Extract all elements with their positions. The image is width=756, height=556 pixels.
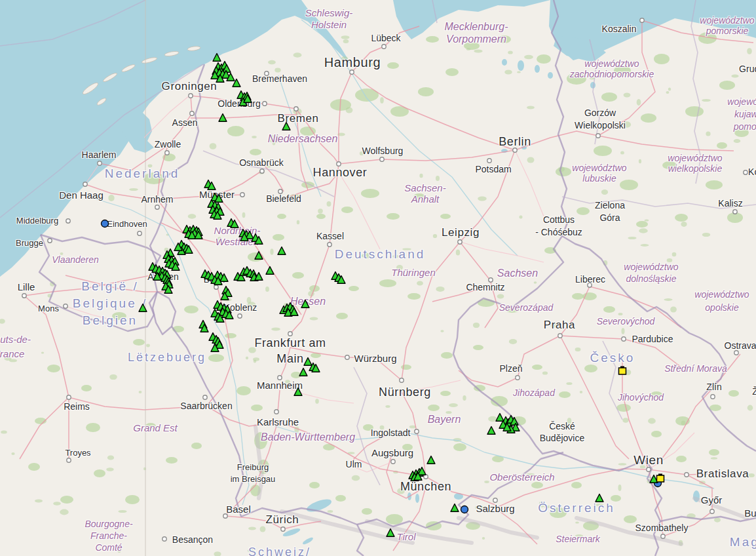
marker-triangle[interactable] [213, 54, 221, 62]
map-canvas[interactable]: Schleswig-HolsteinMecklenburg-Vorpommern… [0, 0, 756, 556]
marker-triangle[interactable] [255, 252, 263, 260]
marker-triangle[interactable] [282, 123, 290, 130]
marker-triangle[interactable] [278, 247, 286, 255]
marker-triangle[interactable] [301, 300, 309, 308]
marker-triangle[interactable] [451, 504, 459, 512]
marker-triangle[interactable] [304, 358, 312, 366]
marker-circle[interactable] [102, 220, 109, 228]
marker-triangle[interactable] [427, 456, 435, 464]
marker-triangle[interactable] [387, 529, 394, 537]
marker-triangle[interactable] [299, 368, 307, 376]
marker-square[interactable] [619, 367, 626, 375]
marker-triangle[interactable] [266, 267, 274, 275]
marker-triangle[interactable] [496, 414, 504, 422]
marker-circle[interactable] [461, 506, 468, 513]
marker-triangle[interactable] [595, 494, 603, 502]
marker-square[interactable] [657, 474, 664, 483]
marker-triangle[interactable] [294, 388, 302, 396]
marker-triangle[interactable] [219, 114, 227, 122]
map-markers-layer [0, 0, 756, 556]
marker-triangle[interactable] [487, 427, 495, 435]
marker-triangle[interactable] [139, 304, 147, 312]
